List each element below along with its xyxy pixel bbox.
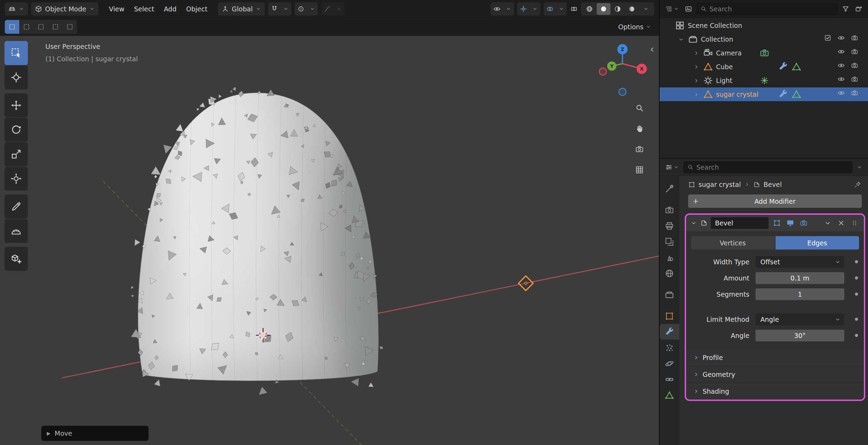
viewport-zoom-button[interactable] <box>633 101 646 114</box>
collapse-chevron-icon[interactable] <box>690 220 697 226</box>
visibility-dropdown[interactable] <box>503 2 514 15</box>
eye-toggle[interactable] <box>837 75 848 86</box>
properties-tab-scene[interactable] <box>660 250 679 265</box>
select-mode-new[interactable] <box>5 20 19 34</box>
decorator-dot[interactable] <box>855 318 858 321</box>
select-mode-intersect[interactable] <box>63 20 77 34</box>
menu-view[interactable]: View <box>105 3 129 15</box>
outliner-row-scene-collection[interactable]: Scene Collection <box>660 19 868 32</box>
tool-move[interactable] <box>4 93 28 117</box>
new-collection-button[interactable] <box>854 5 864 13</box>
snap-settings-dropdown[interactable] <box>281 2 291 15</box>
value-field-angle[interactable]: 30° <box>756 330 844 341</box>
modifier-close-button[interactable] <box>836 218 846 228</box>
shading-dropdown[interactable] <box>639 3 653 15</box>
properties-tab-tool[interactable] <box>660 181 679 197</box>
falloff-dropdown[interactable] <box>334 2 344 15</box>
properties-tab-particles[interactable] <box>660 340 679 356</box>
subpanel-profile[interactable]: Profile <box>686 349 864 366</box>
outliner-row-collection[interactable]: Collection <box>660 32 868 46</box>
shading-rendered[interactable] <box>625 3 639 15</box>
eye-toggle[interactable] <box>837 62 848 72</box>
select-mode-invert[interactable] <box>48 20 63 34</box>
expand-arrow-icon[interactable] <box>689 77 703 84</box>
camera-toggle[interactable] <box>851 62 861 72</box>
menu-select[interactable]: Select <box>130 3 159 15</box>
camera-toggle[interactable] <box>851 34 861 44</box>
modifier-name-field[interactable]: Bevel <box>711 217 769 229</box>
outliner-display-mode-button[interactable] <box>683 5 694 13</box>
modifier-drag-handle[interactable] <box>849 218 860 228</box>
properties-tab-object[interactable] <box>660 308 679 324</box>
camera-toggle[interactable] <box>851 48 861 58</box>
gizmo-dropdown[interactable] <box>530 2 540 15</box>
nav-gizmo[interactable]: Y X Z <box>593 36 655 101</box>
options-dropdown[interactable]: Options <box>616 23 654 31</box>
show-overlays-toggle[interactable] <box>544 2 556 15</box>
tool-transform[interactable] <box>4 167 28 191</box>
viewport-camera-button[interactable] <box>633 142 646 156</box>
add-modifier-button[interactable]: Add Modifier <box>688 194 862 208</box>
expand-arrow-icon[interactable] <box>689 91 703 98</box>
outliner-search[interactable]: Search <box>696 3 838 15</box>
tool-measure[interactable] <box>4 219 28 243</box>
object-visibility-toggle[interactable] <box>491 2 503 15</box>
show-gizmo-toggle[interactable] <box>517 2 530 15</box>
properties-search[interactable]: Search <box>683 161 853 173</box>
properties-tab-output[interactable] <box>660 218 679 234</box>
xray-toggle[interactable] <box>570 5 578 13</box>
checkbox-toggle[interactable] <box>824 34 834 44</box>
proportional-editing-toggle[interactable] <box>295 2 307 15</box>
properties-tab-world[interactable] <box>660 265 679 281</box>
tool-cursor[interactable] <box>4 65 28 89</box>
outliner-row-sugar-crystal[interactable]: sugar crystal <box>660 87 868 101</box>
outliner-row-cube[interactable]: Cube <box>660 60 868 74</box>
outliner-row-camera[interactable]: Camera <box>660 46 868 60</box>
dropdown-limit-method[interactable]: Angle <box>756 314 844 325</box>
realtime-display-toggle[interactable] <box>785 218 795 228</box>
falloff-toggle[interactable] <box>321 2 334 15</box>
tool-annotate[interactable] <box>4 194 28 219</box>
expand-arrow-icon[interactable] <box>689 64 703 70</box>
outliner-editor-button[interactable] <box>664 5 681 13</box>
properties-tab-modifiers[interactable] <box>660 324 679 340</box>
select-mode-subtract[interactable] <box>34 20 48 34</box>
shading-material[interactable] <box>611 3 625 15</box>
overlays-dropdown[interactable] <box>556 2 567 15</box>
render-display-toggle[interactable] <box>799 218 809 228</box>
properties-tab-physics[interactable] <box>660 356 679 371</box>
affect-edges-button[interactable]: Edges <box>775 236 859 250</box>
decorator-dot[interactable] <box>855 334 858 337</box>
breadcrumb-modifier[interactable]: Bevel <box>763 181 782 188</box>
properties-tab-render[interactable] <box>660 202 679 218</box>
outliner-row-light[interactable]: Light <box>660 74 868 87</box>
subpanel-shading[interactable]: Shading <box>686 383 864 400</box>
camera-toggle[interactable] <box>851 89 861 99</box>
proportional-settings-dropdown[interactable] <box>307 2 318 15</box>
properties-tab-view-layer[interactable] <box>660 234 679 250</box>
viewport-hand-button[interactable] <box>633 122 646 135</box>
affect-vertices-button[interactable]: Vertices <box>691 236 775 250</box>
orientation-dropdown[interactable]: Global <box>218 2 265 15</box>
decorator-dot[interactable] <box>855 293 858 296</box>
breadcrumb-object[interactable]: sugar crystal <box>698 181 741 188</box>
select-mode-extend[interactable] <box>19 20 34 34</box>
viewport-3d[interactable]: User Perspective (1) Collection | sugar … <box>0 36 659 445</box>
subpanel-geometry[interactable]: Geometry <box>686 366 864 383</box>
modifier-extras-dropdown[interactable] <box>823 218 833 228</box>
value-field-amount[interactable]: 0.1 m <box>756 272 844 284</box>
scene-canvas[interactable] <box>0 36 659 445</box>
eye-toggle[interactable] <box>837 89 848 99</box>
menu-add[interactable]: Add <box>159 3 181 15</box>
viewport-grid-button[interactable] <box>633 163 646 176</box>
tool-select-box[interactable] <box>4 41 28 65</box>
properties-tab-constraints[interactable] <box>660 371 679 387</box>
decorator-dot[interactable] <box>855 260 858 263</box>
editmode-display-toggle[interactable] <box>772 218 782 228</box>
eye-toggle[interactable] <box>837 34 848 44</box>
properties-tab-object-data[interactable] <box>660 387 679 403</box>
value-field-segments[interactable]: 1 <box>756 288 844 300</box>
tool-add-cube[interactable] <box>4 247 28 271</box>
collapse-arrow-icon[interactable] <box>674 36 688 43</box>
decorator-dot[interactable] <box>855 276 858 279</box>
